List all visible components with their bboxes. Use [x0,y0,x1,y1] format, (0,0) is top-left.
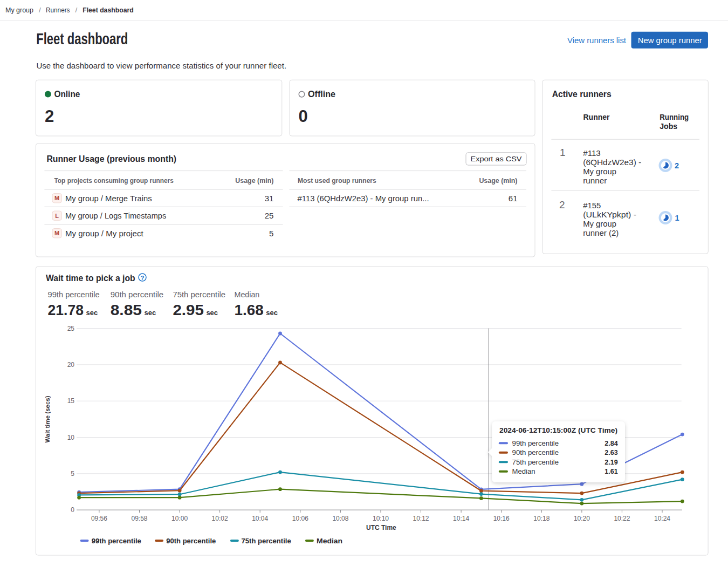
svg-text:My group: My group [583,167,616,176]
svg-text:25: 25 [265,211,274,220]
svg-text:25: 25 [67,325,75,332]
svg-text:99th percentile: 99th percentile [48,290,100,299]
svg-text:21.78: 21.78 [48,302,84,318]
svg-text:10:06: 10:06 [292,515,308,522]
svg-text:Wait time (secs): Wait time (secs) [44,395,51,442]
svg-text:/: / [75,6,78,14]
svg-text:Online: Online [54,90,80,99]
svg-text:90th percentile: 90th percentile [111,290,164,299]
svg-text:20: 20 [67,361,75,369]
svg-text:sec: sec [206,309,218,317]
svg-text:75th percentile: 75th percentile [242,537,291,545]
svg-text:09:58: 09:58 [131,515,147,522]
svg-text:Fleet dashboard: Fleet dashboard [36,30,128,47]
svg-text:Active runners: Active runners [552,89,612,99]
svg-text:2: 2 [675,161,679,170]
svg-text:runner: runner [583,176,607,185]
svg-text:10:24: 10:24 [654,515,670,522]
svg-text:My group / Merge Trains: My group / Merge Trains [65,194,152,203]
svg-text:2: 2 [45,107,54,126]
svg-text:Offline: Offline [308,90,335,99]
svg-text:10:16: 10:16 [493,515,510,522]
svg-text:1: 1 [675,214,679,222]
svg-text:8.85: 8.85 [111,302,142,318]
svg-text:(ULkKYpkpt) -: (ULkKYpkpt) - [583,210,636,219]
svg-text:1.68: 1.68 [235,302,264,318]
svg-text:Usage (min): Usage (min) [479,176,517,185]
svg-text:M: M [54,230,59,236]
svg-text:10:10: 10:10 [373,515,389,522]
svg-text:90th percentile: 90th percentile [512,449,559,456]
svg-text:UTC Time: UTC Time [366,524,396,531]
svg-text:runner (2): runner (2) [583,229,619,237]
svg-text:0: 0 [299,107,308,126]
svg-text:2.84: 2.84 [605,440,617,447]
svg-text:75th percentile: 75th percentile [512,459,559,466]
svg-text:Export as CSV: Export as CSV [471,155,522,163]
svg-text:sec: sec [86,309,98,317]
svg-text:10:12: 10:12 [413,515,429,522]
svg-text:M: M [54,195,59,201]
svg-text:My group: My group [583,220,616,228]
svg-text:2024-06-12T10:15:00Z (UTC Time: 2024-06-12T10:15:00Z (UTC Time) [499,426,617,434]
svg-text:10: 10 [67,434,75,441]
svg-text:View runners list: View runners list [567,36,627,45]
svg-text:(6QHdzW2e3) -: (6QHdzW2e3) - [583,158,641,167]
svg-text:sec: sec [266,309,278,317]
svg-text:sec: sec [145,309,156,317]
svg-text:99th percentile: 99th percentile [512,440,559,447]
svg-text:15: 15 [67,397,75,405]
svg-text:#113 (6QHdzW2e3) - My group ru: #113 (6QHdzW2e3) - My group run... [298,194,429,203]
svg-text:2.95: 2.95 [173,302,204,318]
svg-text:31: 31 [265,194,274,203]
svg-text:Median: Median [512,468,535,475]
svg-text:My group: My group [5,6,33,14]
svg-text:99th percentile: 99th percentile [92,537,141,545]
svg-text:10:00: 10:00 [171,515,188,522]
svg-text:09:56: 09:56 [91,515,107,522]
svg-text:Runner: Runner [583,113,610,121]
svg-text:5: 5 [71,470,74,478]
svg-text:10:04: 10:04 [252,515,268,522]
svg-text:2: 2 [559,199,565,210]
svg-text:2.19: 2.19 [605,459,617,466]
svg-text:90th percentile: 90th percentile [166,537,216,545]
svg-text:2.63: 2.63 [605,449,617,456]
svg-text:Median: Median [317,537,342,545]
svg-text:61: 61 [509,194,518,203]
svg-text:10:08: 10:08 [332,515,348,522]
svg-text:0: 0 [71,506,74,514]
svg-text:#155: #155 [583,201,601,210]
svg-text:Runner Usage (previous month): Runner Usage (previous month) [46,154,176,163]
svg-text:5: 5 [269,229,273,238]
svg-text:Fleet dashboard: Fleet dashboard [83,6,134,14]
svg-text:1: 1 [560,147,566,158]
svg-text:1.61: 1.61 [605,468,617,475]
svg-text:10:18: 10:18 [533,515,550,522]
svg-text:/: / [39,6,41,14]
svg-text:My group / My project: My group / My project [65,229,144,238]
svg-text:My group / Logs Timestamps: My group / Logs Timestamps [65,211,166,220]
svg-text:Jobs: Jobs [660,122,677,131]
svg-text:Usage (min): Usage (min) [235,176,273,185]
svg-text:10:20: 10:20 [574,515,590,522]
svg-text:Wait time to pick a job: Wait time to pick a job [46,273,135,283]
svg-text:Top projects consuming group r: Top projects consuming group runners [54,176,174,185]
svg-text:Use the dashboard to view perf: Use the dashboard to view performance st… [36,62,286,70]
svg-text:10:22: 10:22 [614,515,630,522]
svg-text:Running: Running [660,113,689,121]
svg-text:75th percentile: 75th percentile [173,290,225,299]
svg-text:10:14: 10:14 [453,515,469,522]
svg-text:Median: Median [235,290,260,299]
svg-text:10:02: 10:02 [212,515,228,522]
svg-text:#113: #113 [583,149,600,158]
svg-text:L: L [55,213,59,219]
svg-text:Runners: Runners [46,6,70,14]
svg-text:Most used group runners: Most used group runners [298,176,376,185]
svg-text:New group runner: New group runner [638,36,702,45]
svg-text:?: ? [140,275,144,281]
